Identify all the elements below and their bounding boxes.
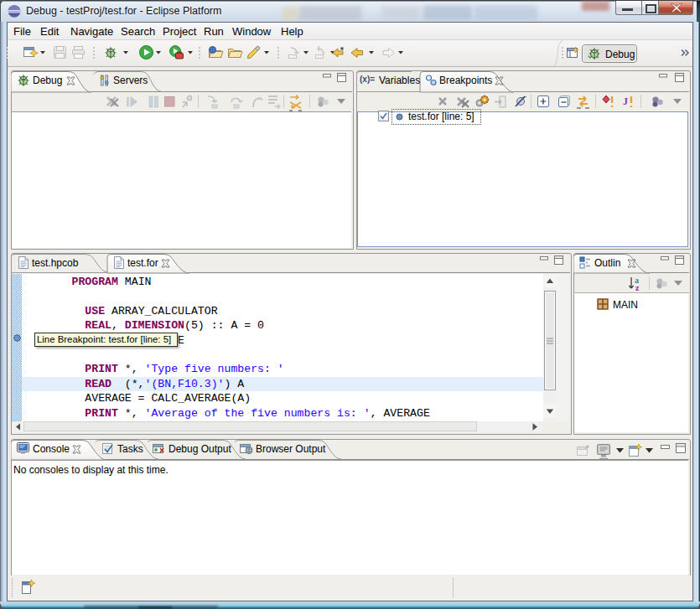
svg-text:z: z [635,283,640,292]
svg-text:Debug: Debug [605,49,635,60]
svg-text:J: J [623,95,628,107]
